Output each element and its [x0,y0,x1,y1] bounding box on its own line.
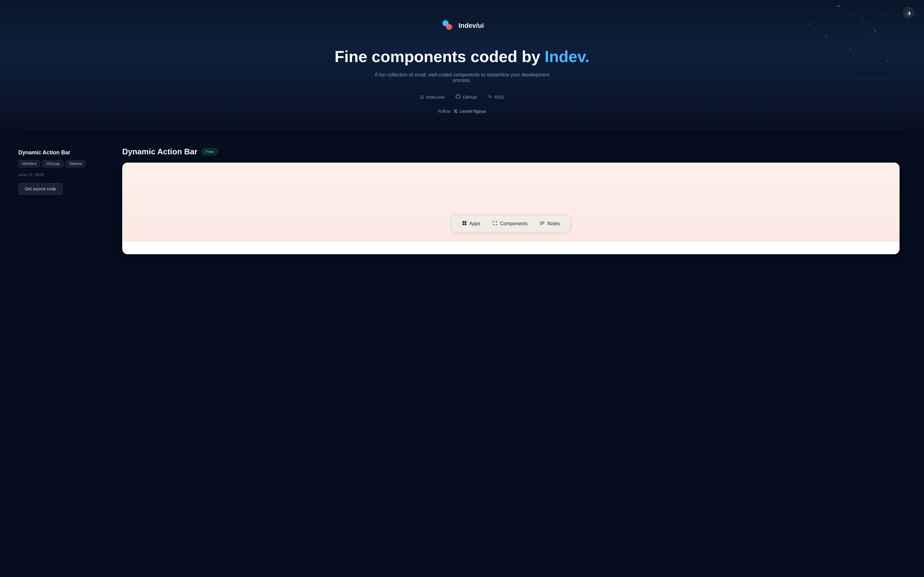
component-title-main: Dynamic Action Bar Free [122,147,900,156]
action-bar-components-label: Components [500,221,528,226]
svg-point-14 [808,24,808,25]
svg-point-18 [817,12,817,13]
svg-point-19 [844,24,845,25]
svg-point-17 [893,45,894,46]
action-bar-apps-label: Apps [469,221,480,226]
svg-point-15 [863,18,863,19]
preview-inner: Apps Components Notes [122,163,900,242]
action-bar-item-components[interactable]: Components [487,218,533,229]
svg-rect-25 [462,223,464,225]
svg-line-0 [839,6,875,31]
svg-marker-20 [848,55,897,79]
components-icon [493,221,497,226]
tag-vite-html: Vite/Html [18,160,40,168]
hero-section: ◑ Indev/ui Fine components coded by Inde… [0,0,924,128]
nav-link-github[interactable]: GitHub [456,94,477,100]
svg-line-8 [839,6,863,18]
svg-rect-23 [462,221,464,223]
nav-link-rss[interactable]: RSS [488,94,504,100]
svg-point-13 [850,48,851,50]
follow-row: Follow Leonel Ngoya [438,109,486,114]
theme-icon: ◑ [906,10,911,16]
get-source-button[interactable]: Get source code [18,183,63,195]
svg-line-6 [808,24,826,37]
svg-point-12 [826,36,827,37]
tag-js-gsap: JS/Gsap [42,160,63,168]
sidebar-info: Dynamic Action Bar Vite/Html JS/Gsap Tai… [18,147,104,254]
svg-line-5 [808,6,839,24]
preview-card: Apps Components Notes [122,163,900,254]
sidebar-component-title: Dynamic Action Bar [18,150,104,156]
apps-icon [462,221,467,226]
x-platform-link[interactable]: Leonel Ngoya [454,109,486,114]
svg-line-7 [863,18,875,31]
svg-point-9 [838,5,839,7]
nav-link-github-label: GitHub [463,94,477,100]
svg-point-10 [874,30,876,31]
tag-tailwind: Tailwind [66,160,85,168]
github-icon [456,94,460,100]
logo-icon [440,18,455,33]
svg-rect-24 [464,221,466,223]
rss-icon [488,94,493,100]
action-bar-item-apps[interactable]: Apps [457,218,486,229]
svg-line-3 [826,37,851,49]
logo-text: Indev/ui [458,22,484,30]
logo-row: Indev/ui [440,18,484,33]
svg-point-16 [884,15,885,16]
svg-line-2 [826,6,839,37]
hero-title: Fine components coded by Indev. [335,48,589,66]
theme-toggle-button[interactable]: ◑ [903,7,914,18]
content-section: Dynamic Action Bar Vite/Html JS/Gsap Tai… [0,129,924,279]
tags-row: Vite/Html JS/Gsap Tailwind [18,160,104,168]
constellation-bg [778,0,900,92]
svg-point-11 [887,61,888,62]
component-name: Dynamic Action Bar [122,147,197,156]
svg-point-22 [446,24,452,30]
nav-link-indevme[interactable]: ⊞ Indev.me [420,94,444,100]
follow-username: Leonel Ngoya [460,109,486,114]
action-bar-item-notes[interactable]: Notes [534,218,566,229]
action-bar-notes-label: Notes [547,221,560,226]
svg-rect-26 [464,223,466,225]
hero-nav: ⊞ Indev.me GitHub RSS [420,94,504,100]
preview-panel: Dynamic Action Bar Free Apps [122,147,900,254]
follow-label: Follow [438,109,451,114]
svg-line-4 [851,31,875,49]
nav-link-indevme-label: Indev.me [426,94,444,100]
dynamic-action-bar[interactable]: Apps Components Notes [451,215,571,232]
notes-icon [540,221,545,226]
component-date: June 13, 2024 [18,172,104,177]
hero-subtitle: A fun collection of small, well-coded co… [373,72,551,83]
free-badge: Free [202,148,218,155]
svg-line-1 [875,31,887,61]
nav-link-rss-label: RSS [495,94,504,100]
indevme-icon: ⊞ [420,94,424,100]
